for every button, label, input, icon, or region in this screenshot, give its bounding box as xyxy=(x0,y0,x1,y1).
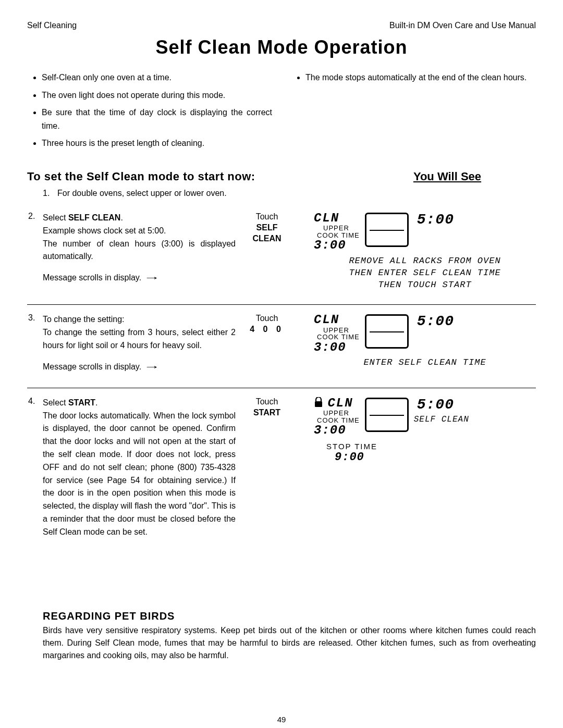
display-message: ENTER SELF CLEAN TIME xyxy=(314,357,536,369)
display-clock: 5:00 xyxy=(417,313,454,329)
bullets-right: The mode stops automatically at the end … xyxy=(291,71,536,84)
birds-heading: REGARDING PET BIRDS xyxy=(43,610,536,622)
display-panel: CLN UPPER COOK TIME 3:00 5:00 REMOVE ALL… xyxy=(293,212,536,291)
display-stoptime-label: STOP TIME xyxy=(326,442,536,451)
display-cookhours: 3:00 xyxy=(314,424,360,437)
oven-icon xyxy=(365,398,409,432)
section-heading-row: To set the Self Clean mode to start now:… xyxy=(27,154,536,189)
oven-icon xyxy=(365,213,409,247)
display-panel: CLN UPPER COOK TIME 3:00 5:00 ENTER SELF… xyxy=(293,313,536,374)
step-body: Select START. The door locks automatical… xyxy=(43,397,236,539)
header-left: Self Cleaning xyxy=(27,21,77,30)
display-panel: CLN UPPER COOK TIME 3:00 5:00 SELF CLEAN… xyxy=(293,397,536,539)
display-stoptime-value: 9:00 xyxy=(335,451,536,464)
oven-icon xyxy=(365,314,409,349)
step-3: 3. To change the setting: To change the … xyxy=(27,313,536,383)
step-number: 4. xyxy=(27,397,43,539)
svg-rect-0 xyxy=(315,401,322,407)
touch-instruction: Touch SELF CLEAN xyxy=(236,212,293,291)
display-message: REMOVE ALL RACKS FROM OVEN THEN ENTER SE… xyxy=(314,255,536,291)
header-right: Built-in DM Oven Care and Use Manual xyxy=(389,21,536,30)
display-cln: CLN xyxy=(314,313,360,326)
touch-instruction: Touch 4 0 0 xyxy=(236,313,293,374)
manual-page: Self Cleaning Built-in DM Oven Care and … xyxy=(0,0,563,728)
touch-instruction: Touch START xyxy=(236,397,293,539)
display-selfclean-label: SELF CLEAN xyxy=(414,415,469,424)
bullet-item: Three hours is the preset length of clea… xyxy=(42,137,272,150)
lock-icon xyxy=(314,397,323,410)
display-upper: UPPER xyxy=(323,225,360,232)
step-number: 1. xyxy=(43,189,57,198)
step-body: Select SELF CLEAN. Example shows clock s… xyxy=(43,212,236,291)
step-2: 2. Select SELF CLEAN. Example shows cloc… xyxy=(27,212,536,300)
display-clock: 5:00 xyxy=(417,212,454,228)
step-4: 4. Select START. The door locks automati… xyxy=(27,397,536,539)
bullet-item: The mode stops automatically at the end … xyxy=(305,71,536,84)
page-number: 49 xyxy=(0,715,563,724)
display-cln: CLN xyxy=(327,396,353,410)
page-title: Self Clean Mode Operation xyxy=(27,36,536,58)
display-cookhours: 3:00 xyxy=(314,341,360,354)
display-upper: UPPER xyxy=(323,327,360,334)
intro-bullets: Self-Clean only one oven at a time. The … xyxy=(27,71,536,154)
display-clock: 5:00 xyxy=(417,397,454,413)
birds-body: Birds have very sensitive respiratory sy… xyxy=(43,624,536,662)
display-cooktime: COOK TIME xyxy=(317,334,360,341)
step-1: 1. For double ovens, select upper or low… xyxy=(43,189,536,198)
display-cln: CLN xyxy=(314,212,360,225)
step-text: For double ovens, select upper or lower … xyxy=(57,189,227,198)
you-will-see-heading: You Will See xyxy=(413,170,481,183)
page-header: Self Cleaning Built-in DM Oven Care and … xyxy=(27,21,536,30)
bullet-item: The oven light does not operate during t… xyxy=(42,89,272,102)
step-body: To change the setting: To change the set… xyxy=(43,313,236,374)
step-number: 3. xyxy=(27,313,43,374)
step-number: 2. xyxy=(27,212,43,291)
display-cooktime: COOK TIME xyxy=(317,232,360,239)
arrow-right-icon: → xyxy=(143,271,160,286)
divider xyxy=(27,388,536,388)
bullet-item: Self-Clean only one oven at a time. xyxy=(42,71,272,84)
display-cookhours: 3:00 xyxy=(314,239,360,252)
display-upper: UPPER xyxy=(323,410,360,417)
section-heading: To set the Self Clean mode to start now: xyxy=(27,170,359,183)
display-cooktime: COOK TIME xyxy=(317,417,360,424)
bullet-item: Be sure that the time of day clock is di… xyxy=(42,106,272,132)
divider xyxy=(27,304,536,305)
bullets-left: Self-Clean only one oven at a time. The … xyxy=(27,71,272,150)
arrow-right-icon: → xyxy=(143,360,160,375)
message-scroll: Message scrolls in display. → xyxy=(43,360,236,374)
message-scroll: Message scrolls in display. → xyxy=(43,270,236,285)
